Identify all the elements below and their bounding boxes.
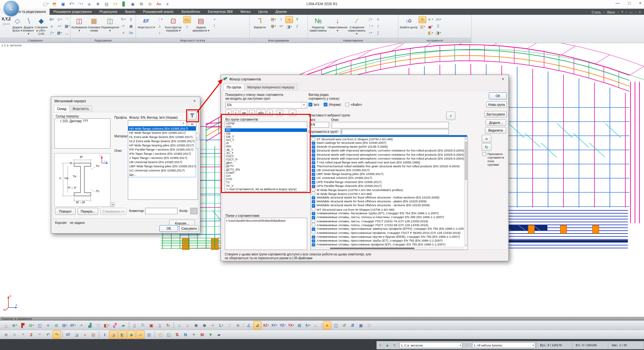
checkbox-icon[interactable]: ✓: [312, 153, 315, 157]
toolbar2-icon-14[interactable]: ◪: [109, 330, 118, 339]
search-input[interactable]: [341, 129, 449, 135]
ribbon-mini-0-5-0[interactable]: ◎▾: [56, 16, 63, 23]
row-view-check-1[interactable]: ✓(Норми): [324, 103, 341, 106]
window-menu[interactable]: Вікно: [607, 11, 615, 14]
style-menu[interactable]: Стиль: [592, 11, 601, 14]
toolbar1-icon-3[interactable]: ⊖▾: [27, 321, 35, 329]
checkbox-icon[interactable]: ✓: [312, 145, 315, 149]
composition-tree[interactable]: ··· I 103. Двотавр ???: [54, 118, 110, 149]
chevron-down-icon[interactable]: ▾: [460, 343, 461, 348]
row-view-check-2[interactable]: <Файл>: [345, 103, 362, 106]
down-triangle-icon[interactable]: ▼: [391, 343, 398, 347]
toolbar1-icon-37[interactable]: ⊞: [296, 321, 303, 329]
toolbar1-icon-22[interactable]: ⌂: [175, 321, 183, 329]
apply-button[interactable]: Застосувати: [484, 111, 507, 117]
checkbox-icon[interactable]: ✓: [324, 103, 327, 106]
checkbox-icon[interactable]: ✓: [312, 185, 315, 188]
mdi-close-icon[interactable]: ×: [639, 11, 641, 14]
toolbar1-icon-20[interactable]: ↻: [164, 321, 172, 329]
folder-path[interactable]: c:\users\public\documents\liraland\datab…: [225, 218, 307, 223]
toolbar1-icon-11[interactable]: ▽: [94, 321, 102, 329]
assortment-row-8[interactable]: ✓UB Universal beams (EN 10365:2017): [311, 168, 468, 172]
toolbar1-icon-38[interactable]: ↻▾: [304, 321, 312, 329]
view-glasses-button[interactable]: ∞: [482, 135, 491, 143]
ribbon-tab-2[interactable]: Розрахунок: [96, 9, 121, 15]
toolbar2-icon-8[interactable]: EF: [64, 331, 72, 338]
ribbon-mini-4-4-1[interactable]: I: [374, 23, 382, 29]
tab-zhorstkist[interactable]: Жорсткість: [69, 105, 92, 112]
group-filter-combo[interactable]: EN▼: [225, 102, 307, 108]
chevron-down-icon[interactable]: ▼: [301, 102, 306, 108]
ribbon-mini-0-5-1[interactable]: +▾: [56, 23, 63, 29]
profile-option-11[interactable]: Ще...: [128, 172, 196, 177]
assortment-row-4[interactable]: ✓Structural steels with improved atmosph…: [311, 153, 468, 157]
ok-button[interactable]: ОК: [159, 225, 178, 232]
toolbar2-icon-17[interactable]: ▱: [136, 330, 145, 339]
analysis-pencil-icon[interactable]: ∕: [464, 343, 471, 347]
ribbon-mini-5-2-0[interactable]: ►▾: [427, 16, 434, 23]
checkbox-icon[interactable]: [482, 152, 486, 156]
toolbar1-icon-41[interactable]: ■: [323, 321, 331, 329]
toolbar1-icon-16[interactable]: ▯: [131, 321, 138, 329]
assortment-row-3[interactable]: ✓Structural steels with improved atmosph…: [311, 149, 468, 152]
ribbon-button-4-2[interactable]: ∕Створення навантажень ▾: [347, 15, 366, 35]
checkbox-icon[interactable]: ✓: [312, 212, 315, 215]
assortment-row-27[interactable]: ✓Алюминиевые сплавы, прессованые профили…: [311, 243, 468, 246]
toolbar2-icon-26[interactable]: ▼: [207, 331, 214, 338]
add-button[interactable]: Додати...: [486, 119, 506, 126]
toolbar2-icon-3[interactable]: 2: [27, 331, 35, 338]
row-view-check-0[interactable]: ✓Ім'я: [308, 103, 319, 106]
ribbon-mini-2-1-2[interactable]: ≀: [156, 30, 163, 36]
fit-view-button[interactable]: ⏎: [110, 202, 115, 207]
ribbon-mini-1-4-1[interactable]: ▣: [128, 23, 135, 29]
ribbon-mini-3-1-0[interactable]: ▤▾: [270, 16, 277, 23]
assortment-row-25[interactable]: ✓Алюминиевые сплавы, прессованные прутки…: [311, 235, 468, 239]
assortment-row-12[interactable]: ✓UPN Parallel flange channels (EN 10365:…: [311, 184, 468, 188]
ribbon-mini-5-3-2[interactable]: ◨▾: [435, 30, 442, 36]
assortment-row-5[interactable]: ✓Structural steels with improved atmosph…: [311, 157, 468, 161]
checkbox-icon[interactable]: ✓: [312, 181, 315, 184]
checkbox-icon[interactable]: [312, 188, 315, 191]
checkbox-icon[interactable]: ✓: [312, 142, 315, 145]
ribbon-button-1-0[interactable]: ◫Копіювання ▾: [71, 15, 87, 32]
errors-panel-bar[interactable]: Помилки та зауваження: [0, 317, 644, 320]
tab-sklad[interactable]: Склад: [54, 105, 70, 112]
ribbon-mini-4-3-0[interactable]: ▯▾: [367, 16, 374, 23]
toolbar1-icon-46[interactable]: □: [365, 321, 373, 329]
assortment-row-14[interactable]: W Wide flange beams (ASTM A 6/A 6M): [311, 192, 468, 196]
toolbar1-icon-26[interactable]: ✦: [209, 321, 217, 329]
toolbar2-icon-1[interactable]: ⊛: [11, 331, 18, 338]
checkbox-icon[interactable]: ✓: [312, 161, 315, 164]
checkbox-icon[interactable]: [312, 223, 315, 226]
toolbar2-icon-27[interactable]: ▰: [215, 331, 223, 338]
checkbox-icon[interactable]: ✓: [308, 103, 312, 106]
ribbon-mini-5-1-0[interactable]: ↻: [419, 16, 426, 23]
assortment-row-7[interactable]: ✓Thermomechanical rolled weldable fine g…: [311, 164, 468, 168]
ribbon-button-1-1[interactable]: ▦Упаковка схеми: [88, 15, 100, 32]
ribbon-mini-3-3-0[interactable]: +: [285, 16, 293, 23]
ribbon-mini-3-4-0[interactable]: ↟: [294, 16, 301, 23]
profile-option-7[interactable]: J Taper flange I sections (EN 10365:2017…: [128, 156, 196, 160]
assortment-row-21[interactable]: Алюминиевые сплавы, листы, стандарт ГОСТ…: [311, 219, 468, 223]
profile-option-4[interactable]: HP Wide flange bearing piles (EN 10365:2…: [128, 143, 196, 147]
ribbon-mini-1-4-2[interactable]: №: [128, 30, 135, 36]
chevron-down-icon[interactable]: ▾: [533, 343, 534, 348]
loadcase-tool-icon[interactable]: ¤: [377, 343, 384, 347]
ribbon-mini-3-1-1[interactable]: ▦▾: [270, 23, 277, 29]
checkbox-icon[interactable]: ✓: [312, 157, 315, 161]
profile-combo[interactable]: ▼: [128, 120, 186, 127]
assortment-row-24[interactable]: Алюминиевые сплавы, прессованные профили…: [311, 231, 468, 235]
rotate-button[interactable]: Поворот: [55, 208, 76, 215]
dialog-title-bar[interactable]: Фільтр сортаментів ×: [221, 75, 508, 83]
ribbon-tab-3[interactable]: Аналіз: [121, 9, 139, 15]
ribbon-mini-2-1-0[interactable]: ⋮▾: [156, 16, 163, 23]
ribbon-button-2-0[interactable]: EFЖорсткості ▾: [137, 15, 156, 29]
profile-option-9[interactable]: UBP Wide flange bearing piles (EN 10365:…: [128, 164, 196, 168]
maximize-icon[interactable]: □: [628, 1, 631, 5]
ok-button[interactable]: ОК: [489, 92, 507, 99]
assortment-row-19[interactable]: ✓Алюминиевые сплавы, бесшовные трубы (DT…: [311, 211, 468, 215]
toolbar2-icon-15[interactable]: ◧: [118, 330, 127, 339]
ribbon-button-2-2[interactable]: ⊡Конструктор перерізів ▾: [164, 15, 183, 32]
assortment-row-1[interactable]: ✓Steel castings for structural uses (EN …: [311, 141, 468, 145]
toolbar2-icon-4[interactable]: ¹²: [36, 331, 43, 338]
